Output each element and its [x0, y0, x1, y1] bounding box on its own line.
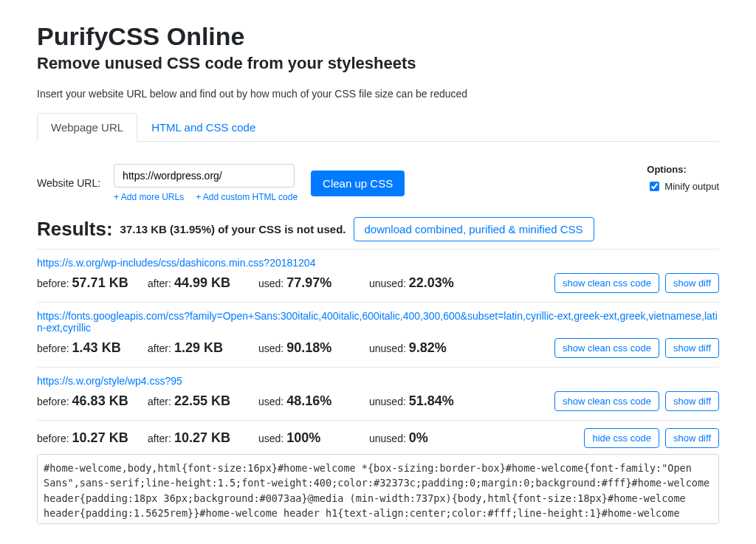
stat-label: unused:: [369, 278, 406, 289]
tab-html-css-code[interactable]: HTML and CSS code: [137, 113, 269, 142]
show-diff-button[interactable]: show diff: [665, 391, 719, 411]
show-diff-button[interactable]: show diff: [665, 338, 719, 358]
minify-output-toggle[interactable]: Minify output: [647, 179, 719, 193]
stat-label: before:: [37, 278, 69, 289]
results-summary: 37.13 KB (31.95%) of your CSS is not use…: [120, 223, 346, 235]
stat-label: used:: [258, 342, 284, 354]
stat-label: unused:: [369, 396, 406, 407]
add-custom-html-link[interactable]: + Add custom HTML code: [196, 192, 298, 202]
url-label: Website URL:: [37, 177, 100, 189]
result-block-expanded: before:10.27 KB after:10.27 KB used:100%…: [37, 420, 719, 536]
stat-unused: 22.03%: [409, 275, 454, 290]
website-url-input[interactable]: [114, 164, 295, 187]
show-diff-button[interactable]: show diff: [665, 428, 719, 448]
stat-after: 22.55 KB: [174, 393, 230, 408]
css-code-output[interactable]: [37, 454, 719, 524]
stat-label: before:: [37, 396, 69, 407]
css-file-link[interactable]: https://s.w.org/style/wp4.css?95: [37, 375, 719, 387]
stat-before: 46.83 KB: [72, 393, 128, 408]
clean-up-css-button[interactable]: Clean up CSS: [311, 171, 405, 196]
stat-after: 10.27 KB: [174, 430, 230, 445]
stat-label: before:: [37, 342, 69, 354]
stat-used: 90.18%: [286, 340, 331, 355]
stat-used: 48.16%: [286, 393, 331, 408]
stat-label: unused:: [369, 342, 406, 354]
stat-label: after:: [148, 396, 171, 407]
stat-unused: 0%: [409, 430, 428, 445]
results-heading: Results:: [37, 218, 113, 241]
page-subtitle: Remove unused CSS code from your stylesh…: [37, 54, 719, 73]
stat-before: 1.43 KB: [72, 340, 121, 355]
result-block: https://s.w.org/style/wp4.css?95 before:…: [37, 367, 719, 420]
stat-label: used:: [258, 433, 284, 444]
stat-label: after:: [148, 342, 171, 354]
stat-unused: 9.82%: [409, 340, 447, 355]
show-diff-button[interactable]: show diff: [665, 273, 719, 293]
css-file-link[interactable]: https://fonts.googleapis.com/css?family=…: [37, 310, 719, 334]
stat-used: 77.97%: [286, 275, 331, 290]
stat-after: 1.29 KB: [174, 340, 223, 355]
result-block: https://fonts.googleapis.com/css?family=…: [37, 302, 719, 367]
download-combined-button[interactable]: download combined, purified & minified C…: [354, 217, 594, 241]
stat-label: used:: [258, 396, 284, 407]
hide-css-code-button[interactable]: hide css code: [584, 428, 659, 448]
minify-output-label: Minify output: [664, 181, 719, 192]
page-title: PurifyCSS Online: [37, 22, 719, 51]
stat-before: 10.27 KB: [72, 430, 128, 445]
show-clean-css-button[interactable]: show clean css code: [554, 338, 659, 358]
stat-unused: 51.84%: [409, 393, 454, 408]
intro-text: Insert your website URL below and find o…: [37, 88, 719, 100]
options-heading: Options:: [647, 164, 719, 175]
tabs: Webpage URL HTML and CSS code: [37, 113, 719, 142]
stat-label: used:: [258, 278, 284, 289]
stat-before: 57.71 KB: [72, 275, 128, 290]
css-file-link[interactable]: https://s.w.org/wp-includes/css/dashicon…: [37, 257, 719, 269]
stat-label: after:: [148, 278, 171, 289]
show-clean-css-button[interactable]: show clean css code: [554, 273, 659, 293]
stat-label: after:: [148, 433, 171, 444]
minify-output-checkbox[interactable]: [650, 182, 659, 191]
result-block: https://s.w.org/wp-includes/css/dashicon…: [37, 249, 719, 302]
stat-used: 100%: [286, 430, 320, 445]
stat-label: before:: [37, 433, 69, 444]
stat-after: 44.99 KB: [174, 275, 230, 290]
stat-label: unused:: [369, 433, 406, 444]
tab-webpage-url[interactable]: Webpage URL: [37, 113, 137, 142]
add-more-urls-link[interactable]: + Add more URLs: [114, 192, 184, 202]
show-clean-css-button[interactable]: show clean css code: [554, 391, 659, 411]
